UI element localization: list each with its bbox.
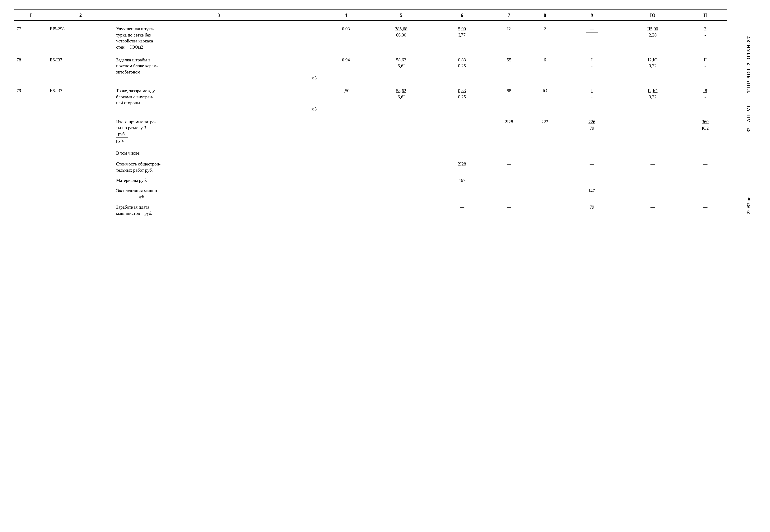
totals-row: Итого прямые затра-ты по разделу 3 руб. … bbox=[14, 114, 727, 146]
col1-header: I bbox=[14, 10, 47, 21]
including-desc-3: Эксплуатация машин руб. bbox=[114, 185, 324, 202]
row77-col5: 385,68 66,00 bbox=[368, 21, 434, 52]
row78-col7: 55 bbox=[490, 52, 528, 83]
inc3-col10: — bbox=[622, 185, 683, 202]
table-area: I 2 3 4 5 6 7 8 9 IO II 77 EI5-298 bbox=[14, 9, 742, 223]
row79-col6: 0,83 0,25 bbox=[434, 83, 490, 114]
inc1-col7: — bbox=[490, 159, 528, 175]
right-labels: ТПР 9О1-2-О15Н.87 АП.VI - 32 - 22083-оc bbox=[742, 9, 756, 223]
row77-col10: II5,00 2,28 bbox=[622, 21, 683, 52]
right-label-doc-ref: ТПР 9О1-2-О15Н.87 bbox=[746, 36, 752, 93]
col2-header: 2 bbox=[47, 10, 114, 21]
row77-col7: I2 bbox=[490, 21, 528, 52]
row79-code: Е6-I37 bbox=[47, 83, 114, 114]
totals-col10: — bbox=[622, 114, 683, 146]
totals-col8: 222 bbox=[528, 114, 562, 146]
inc3-col7: — bbox=[490, 185, 528, 202]
col7-header: 7 bbox=[490, 10, 528, 21]
row78-col10: I2,IO 0,32 bbox=[622, 52, 683, 83]
including-row-3: Эксплуатация машин руб. — — I47 — — bbox=[14, 185, 727, 202]
including-desc-2: Материалы руб. bbox=[114, 175, 324, 185]
col11-header: II bbox=[683, 10, 727, 21]
right-label-sheet: АП.VI bbox=[746, 105, 752, 122]
col6-header: 6 bbox=[434, 10, 490, 21]
inc1-col11: — bbox=[683, 159, 727, 175]
row78-code: Е6-I37 bbox=[47, 52, 114, 83]
header-row: I 2 3 4 5 6 7 8 9 IO II bbox=[14, 10, 727, 21]
including-desc-1: Стоимость общестрои-тельных работ руб. bbox=[114, 159, 324, 175]
inc4-col7: — bbox=[490, 202, 528, 223]
table-row: 77 EI5-298 Улучшенная штука-турка по сет… bbox=[14, 21, 727, 52]
row77-num: 77 bbox=[14, 21, 47, 52]
including-desc-4: Заработная платамашинистов руб. bbox=[114, 202, 324, 223]
row79-col7: 88 bbox=[490, 83, 528, 114]
right-label-separator: - 32 - bbox=[746, 125, 752, 135]
totals-col7: 2I28 bbox=[490, 114, 528, 146]
inc2-col6: 467 bbox=[434, 175, 490, 185]
inc4-col11: — bbox=[683, 202, 727, 223]
inc3-col9: I47 bbox=[561, 185, 622, 202]
inc4-col10: — bbox=[622, 202, 683, 223]
row77-code: EI5-298 bbox=[47, 21, 114, 52]
totals-col9: 226 79 bbox=[561, 114, 622, 146]
row78-col6: 0,83 0,25 bbox=[434, 52, 490, 83]
table-row: 79 Е6-I37 То же, зазора междублоками с в… bbox=[14, 83, 727, 114]
row77-col6: 5,90 I,77 bbox=[434, 21, 490, 52]
row79-col10: I2,IO 0,32 bbox=[622, 83, 683, 114]
row78-num: 78 bbox=[14, 52, 47, 83]
inc4-col9: 79 bbox=[561, 202, 622, 223]
row78-col9: I - bbox=[561, 52, 622, 83]
including-label: В том числе: bbox=[114, 145, 324, 159]
row79-num: 79 bbox=[14, 83, 47, 114]
totals-col11: 360 IO2 bbox=[683, 114, 727, 146]
right-label-page-num: 22083-оc bbox=[746, 197, 751, 214]
inc2-col7: — bbox=[490, 175, 528, 185]
row79-col8: IO bbox=[528, 83, 562, 114]
including-row-2: Материалы руб. 467 — — — — bbox=[14, 175, 727, 185]
row77-col9: — - bbox=[561, 21, 622, 52]
col10-header: IO bbox=[622, 10, 683, 21]
inc4-col6: — bbox=[434, 202, 490, 223]
inc1-col10: — bbox=[622, 159, 683, 175]
row79-col4: I,50 bbox=[324, 83, 368, 114]
col9-header: 9 bbox=[561, 10, 622, 21]
inc2-col10: — bbox=[622, 175, 683, 185]
row78-col11: II - bbox=[683, 52, 727, 83]
col8-header: 8 bbox=[528, 10, 562, 21]
row78-col5: 58,62 6,6I bbox=[368, 52, 434, 83]
main-table: I 2 3 4 5 6 7 8 9 IO II 77 EI5-298 bbox=[14, 9, 727, 223]
col5-header: 5 bbox=[368, 10, 434, 21]
row77-col4: 0,03 bbox=[324, 21, 368, 52]
row78-col4: 0,94 bbox=[324, 52, 368, 83]
inc1-col9: — bbox=[561, 159, 622, 175]
col3-header: 3 bbox=[114, 10, 324, 21]
row77-desc: Улучшенная штука-турка по сетке безустро… bbox=[114, 21, 324, 52]
totals-desc: Итого прямые затра-ты по разделу 3 руб. … bbox=[114, 114, 324, 146]
including-row-1: Стоимость общестрои-тельных работ руб. 2… bbox=[14, 159, 727, 175]
row79-desc: То же, зазора междублоками с внутрен-ней… bbox=[114, 83, 324, 114]
row79-col5: 58,62 6,6I bbox=[368, 83, 434, 114]
page-wrapper: I 2 3 4 5 6 7 8 9 IO II 77 EI5-298 bbox=[14, 9, 756, 223]
inc1-col6: 2I28 bbox=[434, 159, 490, 175]
row77-col11: 3 - bbox=[683, 21, 727, 52]
row79-col11: I8 - bbox=[683, 83, 727, 114]
including-row-4: Заработная платамашинистов руб. — — 79 —… bbox=[14, 202, 727, 223]
col4-header: 4 bbox=[324, 10, 368, 21]
table-row: 78 Е6-I37 Заделка штрабы впоясном блоке … bbox=[14, 52, 727, 83]
inc2-col11: — bbox=[683, 175, 727, 185]
row78-col8: 6 bbox=[528, 52, 562, 83]
row78-desc: Заделка штрабы впоясном блоке керам-зито… bbox=[114, 52, 324, 83]
inc2-col9: — bbox=[561, 175, 622, 185]
inc3-col6: — bbox=[434, 185, 490, 202]
row77-col8: 2 bbox=[528, 21, 562, 52]
including-label-row: В том числе: bbox=[14, 145, 727, 159]
row79-col9: I - bbox=[561, 83, 622, 114]
inc3-col11: — bbox=[683, 185, 727, 202]
